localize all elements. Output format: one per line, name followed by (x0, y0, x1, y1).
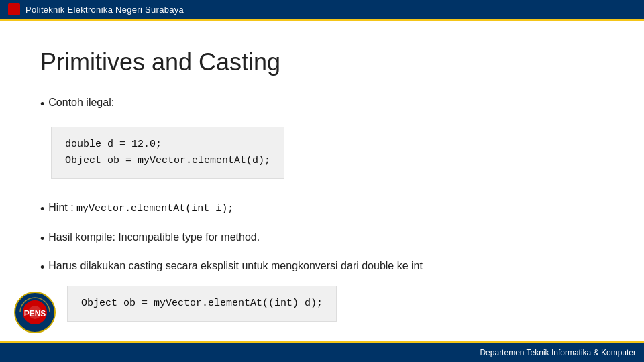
page-title: Primitives and Casting (40, 48, 604, 76)
bullet-item-hint: Hint : myVector.elementAt(int i); (40, 202, 604, 217)
hint-code: myVector.elementAt(int i); (76, 203, 233, 215)
svg-text:PENS: PENS (24, 309, 46, 318)
bullet-item-casting-label: Harus dilakukan casting secara eksplisit… (48, 260, 423, 272)
top-bar: Politeknik Elektronika Negeri Surabaya (0, 0, 644, 19)
bullet-item-casting: Harus dilakukan casting secara eksplisit… (40, 260, 604, 276)
code-line-1: double d = 12.0; (65, 137, 270, 153)
hint-label: Hint : myVector.elementAt(int i); (48, 202, 233, 215)
logo-box (8, 3, 20, 15)
bullet-item-kompile: Hasil kompile: Incompatible type for met… (40, 231, 604, 247)
bullet-item-1-label: Contoh ilegal: (48, 97, 114, 109)
pens-logo-svg: PENS (13, 291, 56, 334)
institution-logo-area: Politeknik Elektronika Negeri Surabaya (8, 3, 184, 15)
pens-logo: PENS (13, 291, 60, 338)
department-name: Departemen Teknik Informatika & Komputer (480, 348, 636, 357)
main-content: Primitives and Casting Contoh ilegal: do… (0, 21, 644, 358)
code-block-ilegal: double d = 12.0; Object ob = myVector.el… (51, 127, 284, 179)
bullet-section-hint: Hint : myVector.elementAt(int i); (40, 202, 604, 217)
code-line-2: Object ob = myVector.elementAt(d); (65, 153, 270, 169)
bullet-item-kompile-label: Hasil kompile: Incompatible type for met… (48, 231, 260, 243)
code-block-cast: Object ob = myVector.elementAt((int) d); (67, 286, 337, 322)
bullet-item-1: Contoh ilegal: (40, 97, 604, 112)
bullet-section-kompile: Hasil kompile: Incompatible type for met… (40, 231, 604, 247)
cast-code-line: Object ob = myVector.elementAt((int) d); (81, 298, 323, 309)
bottom-bar: Departemen Teknik Informatika & Komputer (0, 343, 644, 362)
bullet-section-1: Contoh ilegal: double d = 12.0; Object o… (40, 97, 604, 188)
institution-name: Politeknik Elektronika Negeri Surabaya (25, 5, 184, 15)
bullet-section-casting: Harus dilakukan casting secara eksplisit… (40, 260, 604, 330)
hint-text-label: Hint : (48, 202, 76, 213)
